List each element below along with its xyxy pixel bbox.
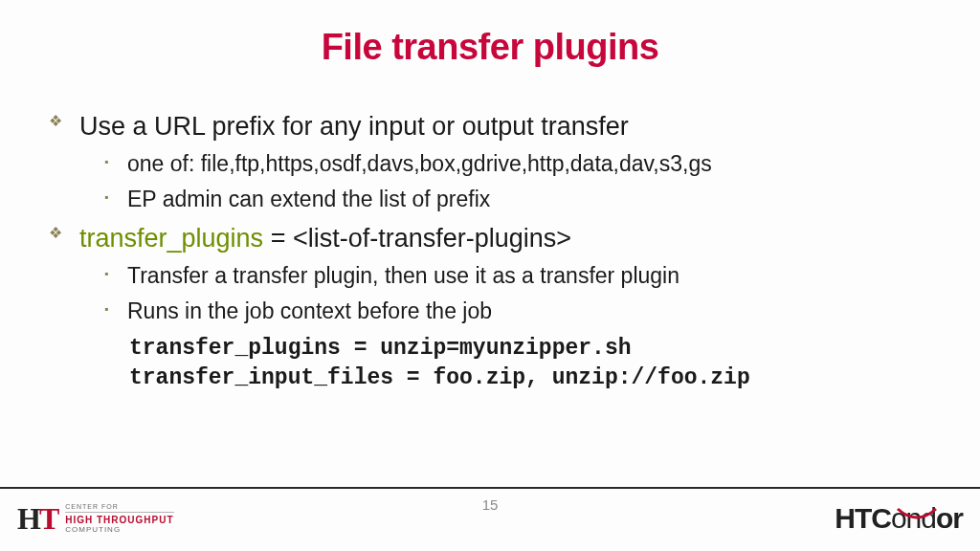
logo-left-mark: HT — [17, 501, 57, 537]
bullet-2-sub-2: Runs in the job context before the job — [104, 297, 927, 326]
bullet-2-sub: Transfer a transfer plugin, then use it … — [104, 261, 927, 326]
bullet-1-sub: one of: file,ftp,https,osdf,davs,box,gdr… — [104, 149, 927, 214]
footer: 15 HT CENTER FOR HIGH THROUGHPUT COMPUTI… — [0, 489, 980, 551]
bullet-2-rest: = <list-of-transfer-plugins> — [263, 224, 571, 253]
logo-left-text: CENTER FOR HIGH THROUGHPUT COMPUTING — [65, 503, 173, 534]
logo-htcondor-icon: HTCondor — [835, 498, 963, 539]
logo-htc-center-icon: HT CENTER FOR HIGH THROUGHPUT COMPUTING — [17, 498, 174, 539]
slide: File transfer plugins Use a URL prefix f… — [0, 0, 980, 551]
condor-arc-icon — [896, 496, 938, 512]
slide-title: File transfer plugins — [53, 27, 927, 68]
bullet-2-sub-1: Transfer a transfer plugin, then use it … — [104, 261, 927, 291]
bullet-1-text: Use a URL prefix for any input or output… — [79, 110, 927, 143]
bullet-1-sub-1: one of: file,ftp,https,osdf,davs,box,gdr… — [104, 149, 927, 179]
bullet-2: transfer_plugins = <list-of-transfer-plu… — [53, 222, 927, 393]
bullet-list: Use a URL prefix for any input or output… — [53, 110, 927, 393]
bullet-2-text: transfer_plugins = <list-of-transfer-plu… — [79, 222, 927, 255]
code-example: transfer_plugins = unzip=myunzipper.sh t… — [129, 334, 927, 393]
keyword-transfer-plugins: transfer_plugins — [79, 224, 263, 253]
bullet-1: Use a URL prefix for any input or output… — [53, 110, 927, 214]
bullet-1-sub-2: EP admin can extend the list of prefix — [104, 185, 927, 214]
